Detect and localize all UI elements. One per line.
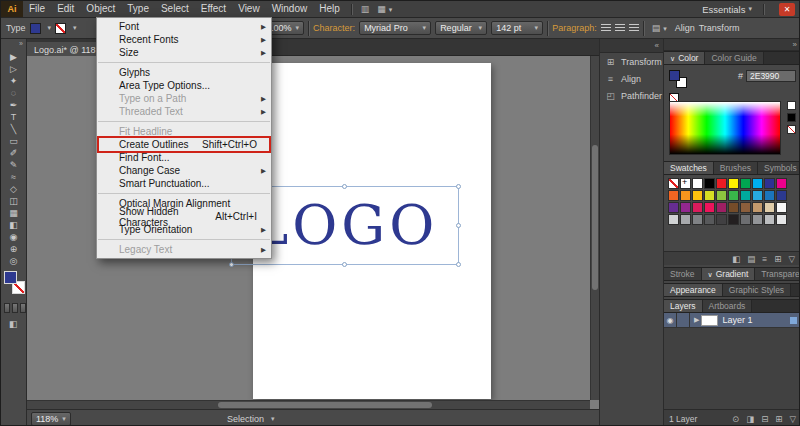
paragraph-options-icon[interactable]: ▤▾ [648, 23, 671, 33]
type-menu-item[interactable]: Create Outlines Shift+Ctrl+O ▶ [97, 138, 271, 151]
layer-row[interactable]: ◉ ▶ Layer 1 [664, 313, 800, 328]
panel-tab[interactable]: Brushes [714, 162, 758, 174]
swatch[interactable] [680, 214, 691, 225]
font-family-combo[interactable]: Myriad Pro▾ [359, 21, 431, 35]
swatch[interactable] [692, 178, 703, 189]
width-tool[interactable]: ≈ [1, 171, 26, 183]
lasso-tool[interactable]: ◌ [1, 87, 26, 99]
new-sublayer-icon[interactable]: ⊟ [761, 414, 768, 424]
new-layer-icon[interactable]: ⊞ [775, 414, 782, 424]
panel-tab[interactable]: Swatches [664, 162, 714, 174]
vertical-scrollbar-thumb[interactable] [592, 145, 598, 289]
panel-tab[interactable]: Graphic Styles [723, 284, 791, 296]
swatch[interactable] [776, 214, 787, 225]
swatch[interactable] [692, 214, 703, 225]
gradient-tool[interactable]: ◧ [1, 219, 26, 231]
swatch[interactable] [716, 178, 727, 189]
pencil-tool[interactable]: ✎ [1, 159, 26, 171]
type-menu-item[interactable]: Legacy Text ▶ [97, 243, 271, 256]
selection-tool[interactable]: ▶ [1, 51, 26, 63]
rectangle-tool[interactable]: ▭ [1, 135, 26, 147]
swatch[interactable] [668, 214, 679, 225]
collapse-toolbar-icon[interactable]: » [19, 40, 23, 47]
swatch[interactable] [692, 202, 703, 213]
panel-tab[interactable]: Transparency [755, 268, 800, 280]
expand-dock-icon[interactable]: « [600, 39, 663, 53]
align-center-icon[interactable] [615, 24, 625, 33]
zoom-combo[interactable]: 118%▾ [31, 412, 71, 426]
arrange-documents-icon[interactable]: ▦▾ [373, 4, 396, 14]
magic-wand-tool[interactable]: ✦ [1, 75, 26, 87]
swatch[interactable] [728, 178, 739, 189]
swatch[interactable] [716, 202, 727, 213]
swatch[interactable] [776, 202, 787, 213]
type-menu-item[interactable]: Threaded Text ▶ [97, 105, 271, 118]
visibility-eye-icon[interactable]: ◉ [664, 313, 677, 328]
swatch[interactable] [740, 190, 751, 201]
artboard[interactable]: LOGO [253, 63, 491, 399]
align-right-icon[interactable] [629, 24, 639, 33]
white-color-button[interactable] [787, 101, 796, 110]
menubar-item[interactable]: Select [155, 1, 195, 17]
draw-normal-mode-button[interactable] [4, 303, 10, 313]
menubar-item[interactable]: Type [121, 1, 155, 17]
close-window-button[interactable]: ✕ [779, 3, 795, 16]
transform-panel-button[interactable]: ⊞ Transform [600, 53, 663, 70]
swatch[interactable] [776, 178, 787, 189]
direct-selection-tool[interactable]: ▷ [1, 63, 26, 75]
menubar-item[interactable]: Effect [195, 1, 232, 17]
type-menu-item[interactable]: Change Case ▶ [97, 164, 271, 177]
type-menu-item[interactable]: Area Type Options... ▶ [97, 79, 271, 92]
swatch[interactable] [716, 214, 727, 225]
make-clip-mask-icon[interactable]: ◨ [746, 414, 754, 424]
swatch[interactable] [752, 178, 763, 189]
lock-toggle[interactable] [677, 313, 690, 328]
delete-swatch-icon[interactable]: ▽ [788, 254, 795, 264]
fill-color-swatch[interactable] [30, 23, 41, 34]
panel-tab[interactable]: Color Guide [705, 52, 763, 64]
locate-object-icon[interactable]: ⊙ [732, 414, 739, 424]
swatch[interactable] [680, 202, 691, 213]
swatch[interactable] [752, 190, 763, 201]
free-transform-tool[interactable]: ◇ [1, 183, 26, 195]
selection-handle[interactable] [456, 184, 461, 189]
type-menu-item[interactable]: ▶ [98, 121, 270, 122]
selection-handle[interactable] [456, 223, 461, 228]
menubar-item[interactable]: File [23, 1, 51, 17]
new-swatch-icon[interactable]: ⊞ [774, 254, 781, 264]
swatch[interactable] [704, 178, 715, 189]
paintbrush-tool[interactable]: ✐ [1, 147, 26, 159]
swatch[interactable] [764, 178, 775, 189]
swatch[interactable] [704, 214, 715, 225]
character-panel-link[interactable]: Character: [313, 23, 355, 33]
color-spectrum[interactable] [669, 101, 781, 155]
expand-layer-icon[interactable]: ▶ [694, 316, 699, 324]
type-menu-item[interactable]: ▶ [98, 239, 270, 240]
swatch[interactable] [692, 190, 703, 201]
pathfinder-panel-button[interactable]: ◰ Pathfinder [600, 87, 663, 104]
font-style-combo[interactable]: Regular▾ [435, 21, 487, 35]
type-menu-item[interactable]: Show Hidden Characters Alt+Ctrl+I ▶ [97, 210, 271, 223]
status-indicator[interactable]: Selection▾ [227, 414, 275, 424]
menubar-item[interactable]: View [232, 1, 266, 17]
type-menu-item[interactable]: Fit Headline ▶ [97, 125, 271, 138]
pen-tool[interactable]: ✒ [1, 99, 26, 111]
bridge-icon[interactable]: ▥ [357, 4, 374, 14]
screen-mode-icon[interactable]: ◧ [9, 319, 18, 329]
menubar-item[interactable]: Window [266, 1, 314, 17]
horizontal-scrollbar[interactable] [27, 400, 590, 409]
swatch[interactable] [668, 202, 679, 213]
selection-handle[interactable] [456, 262, 461, 267]
fill-indicator[interactable] [4, 271, 17, 284]
swatch[interactable] [680, 190, 691, 201]
selection-handle[interactable] [342, 184, 347, 189]
transform-panel-link[interactable]: Transform [699, 23, 740, 33]
collapse-dock-icon[interactable]: » [664, 39, 800, 51]
panel-tab[interactable]: Stroke [664, 268, 702, 280]
paragraph-panel-link[interactable]: Paragraph: [552, 23, 597, 33]
swatch[interactable] [668, 178, 679, 189]
swatch[interactable] [704, 202, 715, 213]
menubar-item[interactable]: Edit [51, 1, 80, 17]
fill-stroke-widget[interactable] [4, 271, 26, 297]
draw-inside-mode-button[interactable] [20, 303, 26, 313]
